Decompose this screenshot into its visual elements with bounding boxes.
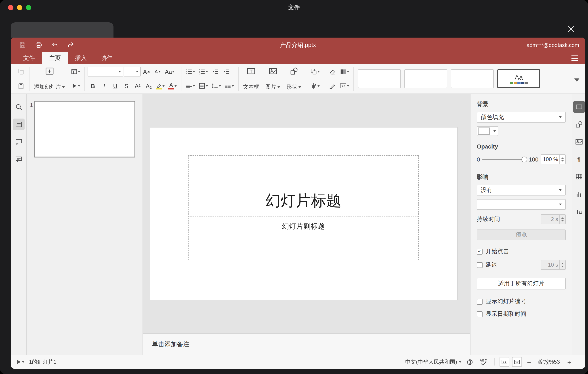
- slide-canvas[interactable]: 幻灯片标题 幻灯片副标题: [143, 94, 470, 333]
- preview-button[interactable]: 预览: [477, 230, 566, 240]
- theme-thumb-3[interactable]: [451, 69, 494, 88]
- slide-thumbnail-selected[interactable]: [34, 101, 135, 157]
- subtitle-placeholder[interactable]: 幻灯片副标题: [188, 218, 419, 260]
- header-menu-button[interactable]: [569, 53, 580, 63]
- fit-width-button[interactable]: [512, 357, 522, 367]
- traffic-minimize-button[interactable]: [17, 5, 22, 10]
- traffic-lights: [0, 5, 31, 10]
- background-color-select[interactable]: [477, 126, 498, 136]
- effect-select[interactable]: 没有: [477, 185, 566, 196]
- user-email: adm***@dootask.com: [526, 42, 579, 48]
- bullets-button[interactable]: [184, 66, 197, 77]
- tab-insert[interactable]: 插入: [68, 52, 94, 64]
- copy-button[interactable]: [16, 66, 26, 77]
- italic-button[interactable]: I: [99, 80, 109, 91]
- change-case-button[interactable]: Aa: [164, 66, 176, 77]
- underline-button[interactable]: U: [110, 80, 121, 91]
- delay-input[interactable]: 10 s: [541, 260, 566, 270]
- horizontal-align-button[interactable]: [184, 80, 197, 91]
- background-fill-select[interactable]: 颜色填充: [477, 112, 566, 122]
- slides-panel-button[interactable]: [13, 119, 24, 130]
- apply-to-all-button[interactable]: 适用于所有幻灯片: [477, 278, 566, 289]
- opacity-input[interactable]: 100 %: [541, 154, 566, 164]
- traffic-close-button[interactable]: [8, 5, 13, 10]
- table-settings-button[interactable]: [573, 171, 585, 183]
- chart-settings-button[interactable]: [573, 188, 585, 200]
- columns-button[interactable]: [223, 80, 235, 91]
- theme-thumb-2[interactable]: [404, 69, 447, 88]
- spinner[interactable]: [559, 215, 565, 224]
- slide-layout-button[interactable]: [69, 66, 82, 77]
- highlight-color-button[interactable]: [155, 80, 166, 91]
- font-size-select[interactable]: [124, 67, 141, 77]
- tab-collaboration[interactable]: 协作: [94, 52, 120, 64]
- copy-style-button[interactable]: [327, 80, 338, 91]
- decrease-font-button[interactable]: A: [152, 66, 163, 77]
- theme-thumb-1[interactable]: [358, 69, 401, 88]
- color-scheme-button[interactable]: [338, 66, 351, 77]
- document-language-button[interactable]: [464, 357, 475, 367]
- bold-button[interactable]: B: [88, 80, 98, 91]
- play-icon: [71, 82, 78, 89]
- textart-settings-button[interactable]: Ta: [573, 206, 585, 217]
- tab-file[interactable]: 文件: [16, 52, 42, 64]
- text-settings-button[interactable]: ¶: [573, 154, 585, 165]
- traffic-zoom-button[interactable]: [26, 5, 31, 10]
- title-placeholder[interactable]: 幻灯片标题: [188, 155, 419, 217]
- align-shapes-button[interactable]: [309, 80, 321, 91]
- shape-settings-button[interactable]: [573, 119, 585, 130]
- start-slideshow-status-button[interactable]: [15, 357, 26, 367]
- vertical-align-button[interactable]: [197, 80, 210, 91]
- effect-variant-select[interactable]: [477, 199, 566, 210]
- spinner[interactable]: [559, 155, 565, 164]
- show-slide-number-checkbox[interactable]: [477, 299, 483, 304]
- slide-size-button[interactable]: [338, 80, 351, 91]
- theme-thumb-selected[interactable]: Aa: [497, 69, 540, 88]
- spinner[interactable]: [559, 260, 565, 269]
- clear-style-button[interactable]: [327, 66, 338, 77]
- chat-button[interactable]: [13, 154, 24, 165]
- start-on-click-checkbox[interactable]: ✓: [477, 249, 483, 254]
- subscript-button[interactable]: A₂: [143, 80, 154, 91]
- delay-checkbox[interactable]: [477, 262, 483, 268]
- numbering-button[interactable]: [197, 66, 210, 77]
- language-select[interactable]: 中文(中华人民共和国): [405, 358, 462, 366]
- fit-slide-button[interactable]: [500, 357, 509, 367]
- dialog-close-button[interactable]: [567, 25, 576, 34]
- slider-knob[interactable]: [522, 156, 527, 162]
- toolbar-collapse-button[interactable]: [572, 72, 582, 86]
- delay-label: 延迟: [486, 261, 497, 269]
- line-spacing-button[interactable]: [210, 80, 222, 91]
- add-slide-button[interactable]: 添加幻灯片: [31, 64, 68, 93]
- superscript-button[interactable]: A²: [132, 80, 143, 91]
- paste-button[interactable]: [16, 80, 26, 91]
- image-settings-button[interactable]: [573, 136, 585, 148]
- comments-button[interactable]: [13, 136, 24, 148]
- opacity-slider[interactable]: [482, 159, 526, 160]
- font-name-select[interactable]: [88, 67, 123, 77]
- arrange-shapes-button[interactable]: [309, 66, 321, 77]
- slide-settings-button[interactable]: [573, 101, 585, 113]
- zoom-out-button[interactable]: −: [525, 357, 534, 367]
- increase-font-button[interactable]: A: [141, 66, 152, 77]
- font-color-button[interactable]: A: [167, 80, 178, 91]
- spellcheck-button[interactable]: ABC: [478, 356, 489, 368]
- insert-textbox-button[interactable]: 文本框: [240, 64, 262, 93]
- show-date-time-checkbox[interactable]: [477, 311, 483, 317]
- tab-home[interactable]: 主页: [42, 52, 68, 64]
- duration-input[interactable]: 2 s: [541, 214, 566, 224]
- search-button[interactable]: [13, 101, 24, 113]
- insert-image-button[interactable]: 图片: [262, 64, 283, 93]
- chevron-down-icon: [78, 85, 80, 87]
- zoom-in-button[interactable]: +: [565, 357, 574, 367]
- strikethrough-button[interactable]: S: [121, 80, 132, 91]
- increase-indent-button[interactable]: [221, 66, 232, 77]
- insert-shape-button[interactable]: 形状: [283, 64, 304, 93]
- chevron-down-icon: [559, 189, 562, 191]
- decrease-indent-button[interactable]: [210, 66, 221, 77]
- image-label: 图片: [265, 83, 276, 91]
- notes-area[interactable]: 单击添加备注: [143, 333, 470, 355]
- arrange-group: [307, 64, 323, 93]
- start-slideshow-button[interactable]: [69, 80, 82, 91]
- slide[interactable]: 幻灯片标题 幻灯片副标题: [150, 128, 457, 300]
